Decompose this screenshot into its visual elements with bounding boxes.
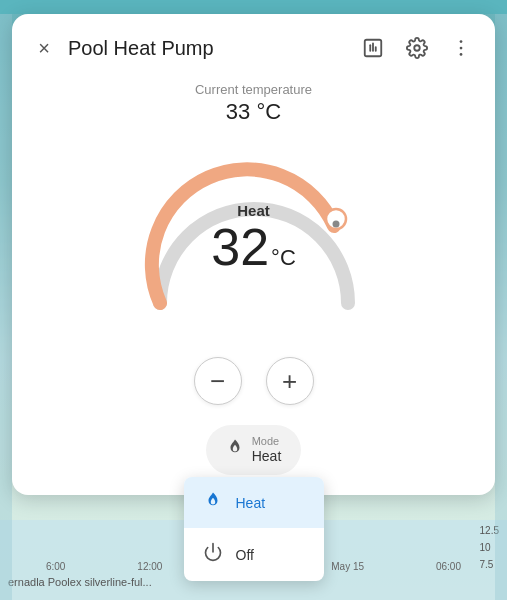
chart-time-label: May 15: [331, 561, 364, 572]
increase-temp-button[interactable]: +: [266, 357, 314, 405]
chart-time-label: 12:00: [137, 561, 162, 572]
heat-pump-card: × Pool Heat Pump: [12, 14, 495, 495]
mode-btn-label: Mode: [252, 435, 280, 448]
mode-dropdown: Heat Off: [184, 477, 324, 581]
card-title: Pool Heat Pump: [68, 37, 347, 60]
current-temp-label: Current temperature: [12, 82, 495, 97]
chart-time-label: 06:00: [436, 561, 461, 572]
temperature-dial[interactable]: Heat 32 °C: [124, 141, 384, 341]
mode-button[interactable]: Mode Heat: [206, 425, 302, 475]
dial-mode-label: Heat: [211, 202, 296, 219]
mode-btn-value: Heat: [252, 448, 282, 465]
mode-btn-text: Mode Heat: [252, 435, 282, 465]
svg-point-4: [414, 45, 420, 51]
dropdown-item-heat-label: Heat: [236, 495, 266, 511]
dial-center: Heat 32 °C: [211, 202, 296, 273]
current-temp-value: 33 °C: [12, 99, 495, 125]
bottom-chart-label: ernadla Poolex silverline-ful...: [8, 576, 152, 588]
chart-icon-button[interactable]: [355, 30, 391, 66]
chart-time-label: 6:00: [46, 561, 65, 572]
close-button[interactable]: ×: [28, 32, 60, 64]
temp-controls: − +: [12, 357, 495, 405]
flame-icon-heat: [202, 491, 224, 514]
dropdown-item-off[interactable]: Off: [184, 528, 324, 581]
settings-icon-button[interactable]: [399, 30, 435, 66]
svg-point-7: [460, 53, 463, 56]
current-temp-section: Current temperature 33 °C: [12, 78, 495, 125]
svg-point-6: [460, 47, 463, 50]
dial-temp-unit: °C: [271, 245, 296, 271]
more-options-icon-button[interactable]: [443, 30, 479, 66]
decrease-temp-button[interactable]: −: [194, 357, 242, 405]
header-icons: [355, 30, 479, 66]
card-header: × Pool Heat Pump: [12, 14, 495, 78]
dial-temp-value: 32: [211, 221, 269, 273]
dropdown-item-heat[interactable]: Heat: [184, 477, 324, 528]
dropdown-item-off-label: Off: [236, 547, 254, 563]
svg-point-9: [332, 221, 339, 228]
mode-button-container: Mode Heat Heat: [12, 425, 495, 475]
svg-point-5: [460, 40, 463, 43]
power-icon-off: [202, 542, 224, 567]
flame-icon: [226, 438, 244, 461]
